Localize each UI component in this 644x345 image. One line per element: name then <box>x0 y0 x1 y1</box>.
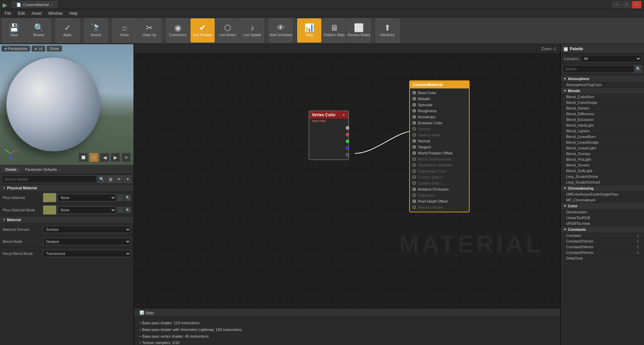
palette-item-blend_colorburn[interactable]: Blend_ColorBurn <box>561 94 644 100</box>
palette-item-blend_pinlight[interactable]: Blend_PinLight <box>561 157 644 162</box>
phys-material-mask-search-btn[interactable]: 🔍 <box>125 207 131 213</box>
save-button[interactable]: 💾 Save <box>2 18 26 43</box>
liveupdate-button[interactable]: ♪ Live Update <box>240 18 264 43</box>
palette-item-constant4vector[interactable]: Constant4Vector4 <box>561 250 644 256</box>
palette-item-blend_screen[interactable]: Blend_Screen <box>561 162 644 168</box>
browse-button[interactable]: 🔍 Browse <box>27 18 51 43</box>
phys-material-mask-back-btn[interactable]: ← <box>117 207 123 213</box>
palette-item-blend_softlight[interactable]: Blend_SoftLight <box>561 168 644 174</box>
menubar-item-file[interactable]: File <box>1 10 14 16</box>
platformstats-button[interactable]: 🖥 Platform Stats <box>322 18 346 43</box>
palette-section-color[interactable]: ▼Color <box>561 203 644 209</box>
stats-button[interactable]: 📊 Stats <box>297 18 321 43</box>
close-tab-btn[interactable]: × <box>51 3 53 7</box>
palette-item-constant[interactable]: Constant1 <box>561 233 644 238</box>
menubar-item-asset[interactable]: Asset <box>28 10 45 16</box>
details-search-input[interactable] <box>2 176 97 183</box>
palette-item-srgbtolinear[interactable]: sRGBToLinear <box>561 221 644 226</box>
viewport-show-btn[interactable]: Show <box>47 46 62 52</box>
vp-btn-4[interactable]: ▶ <box>111 153 120 162</box>
palette-item-lerp_scratchgrime2[interactable]: Lerp_ScratchGrime2 <box>561 180 644 185</box>
palette-item-lerp_scratchgrime[interactable]: Lerp_ScratchGrime <box>561 174 644 180</box>
livenodes-button[interactable]: ⬡ Live Nodes <box>215 18 239 43</box>
palette-item-diffcolorkeyererodesinglepass[interactable]: DiffColorKeyerErodeSinglePass <box>561 192 644 197</box>
home-button[interactable]: ⌂ Home <box>112 18 137 43</box>
phys-material-mask-row: Phys Material Mask None ← 🔍 <box>0 204 133 216</box>
details-search-button[interactable]: 🔍 <box>98 176 105 183</box>
details-eye-btn[interactable]: 👁 <box>115 176 123 183</box>
palette-item-deltatime[interactable]: DeltaTime <box>561 256 644 261</box>
palette-search-input[interactable] <box>563 65 635 73</box>
decal-blend-select[interactable]: Translucent <box>43 250 131 257</box>
param-defaults-tab[interactable]: Parameter Defaults <box>22 167 60 172</box>
vp-btn-2[interactable]: ⬡ <box>89 153 99 162</box>
mat-pin-customdata0: Custom Data 0 <box>410 174 469 180</box>
livepreview-button[interactable]: ✔ Live Preview <box>191 18 215 43</box>
palette-item-constant2vector[interactable]: Constant2Vector2 <box>561 238 644 244</box>
section-triangle: ▼ <box>564 89 567 92</box>
palette-section-blends[interactable]: ▼Blends <box>561 88 644 94</box>
palette-item-blend_lighten[interactable]: Blend_Lighten <box>561 128 644 134</box>
palette-item-label: Blend_ColorDodge <box>566 100 597 105</box>
phys-material-select[interactable]: None <box>58 194 116 201</box>
menubar-item-help[interactable]: Help <box>66 10 81 16</box>
vp-btn-5[interactable]: ≡ <box>121 153 131 162</box>
maximize-btn[interactable]: □ <box>622 1 631 8</box>
menubar-item-window[interactable]: Window <box>45 10 66 16</box>
vertex-color-node[interactable]: Vertex Color ▼ Input Data <box>309 111 349 160</box>
search-button[interactable]: 🔭 Search <box>84 18 108 43</box>
details-grid-btn[interactable]: ▦ <box>107 176 114 183</box>
palette-item-blend_exclusion[interactable]: Blend_Exclusion <box>561 117 644 123</box>
palette-item-lineartosrgb[interactable]: LinearTosRGB <box>561 215 644 221</box>
phys-material-mask-select[interactable]: None <box>58 206 116 214</box>
palette-item-label: Blend_Exclusion <box>566 118 593 122</box>
hideunrelated-button[interactable]: 👁 Hide Unrelated <box>269 18 293 43</box>
palette-category-select[interactable]: All <box>581 55 641 62</box>
palette-item-blend_lineardodge[interactable]: Blend_LinearDodge <box>561 140 644 145</box>
viewport-lit-btn[interactable]: ◆ Lit <box>32 46 45 52</box>
vp-btn-3[interactable]: ◀ <box>100 153 109 162</box>
palette-title: Palette <box>570 47 583 51</box>
viewport-mode-btn[interactable]: ◀ Perspective <box>1 46 30 52</box>
palette-item-blend_colordodge[interactable]: Blend_ColorDodge <box>561 100 644 106</box>
viewport[interactable]: ◀ Perspective ◆ Lit Show X Y <box>0 44 133 165</box>
previewnodes-button[interactable]: ⬜ Preview Nodes <box>347 18 371 43</box>
editor-tab[interactable]: 📄 CustomMaterial × <box>12 1 57 8</box>
material-section[interactable]: ▼ Material <box>0 216 133 223</box>
details-more-btn[interactable]: ▼ <box>124 176 131 183</box>
cleanup-button[interactable]: ✂ Clean Up <box>137 18 161 43</box>
vertex-node-dropdown[interactable]: ▼ <box>342 113 345 117</box>
menubar-item-edit[interactable]: Edit <box>14 10 28 16</box>
palette-item-blend_darken[interactable]: Blend_Darken <box>561 106 644 111</box>
apply-button[interactable]: ✓ Apply <box>55 18 79 43</box>
palette-item-blend_linearburn[interactable]: Blend_LinearBurn <box>561 134 644 140</box>
palette-item-constant3vector[interactable]: Constant3Vector3 <box>561 244 644 250</box>
minimize-btn[interactable]: ─ <box>612 1 621 8</box>
phys-material-swatch[interactable] <box>43 193 56 202</box>
phys-material-mask-swatch[interactable] <box>43 205 56 215</box>
stats-tab[interactable]: 📊 Stats <box>137 310 157 316</box>
palette-item-blend_difference[interactable]: Blend_Difference <box>561 111 644 117</box>
palette-section-atmosphere[interactable]: ▼Atmosphere <box>561 76 644 82</box>
window-close-btn[interactable]: × <box>632 1 641 8</box>
material-node[interactable]: CustomMaterial Base Color Metallic Specu… <box>409 80 470 212</box>
vp-btn-1[interactable]: 🔲 <box>78 153 88 162</box>
details-tab[interactable]: Details <box>3 167 20 172</box>
palette-item-atmosphericfogcolor[interactable]: AtmosphericFogColor <box>561 82 644 88</box>
palette-item-blend_overlay[interactable]: Blend_Overlay <box>561 151 644 157</box>
blend-mode-select[interactable]: Opaque <box>43 238 131 245</box>
canvas[interactable]: Vertex Color ▼ Input Data <box>134 54 560 308</box>
palette-item-blend_hardlight[interactable]: Blend_HardLight <box>561 123 644 128</box>
palette-item-desaturation[interactable]: Desaturation <box>561 209 644 215</box>
connectors-button[interactable]: ◉ Connectors <box>166 18 190 43</box>
palette-search-button[interactable]: 🔍 <box>635 65 642 73</box>
palette-item-blend_linearlight[interactable]: Blend_LinearLight <box>561 145 644 151</box>
palette-section-chromakeying[interactable]: ▼Chromakeying <box>561 185 644 192</box>
phys-material-back-btn[interactable]: ← <box>117 195 123 201</box>
hierarchy-button[interactable]: ⬆ Hierarchy <box>375 18 399 43</box>
palette-item-mf_chromakeyer[interactable]: MF_Chromakeyer <box>561 197 644 203</box>
phys-material-search-btn[interactable]: 🔍 <box>125 195 131 201</box>
material-domain-select[interactable]: Surface <box>43 226 131 233</box>
physical-material-section[interactable]: ▼ Physical Material <box>0 185 133 192</box>
palette-section-constants[interactable]: ▼Constants <box>561 226 644 233</box>
